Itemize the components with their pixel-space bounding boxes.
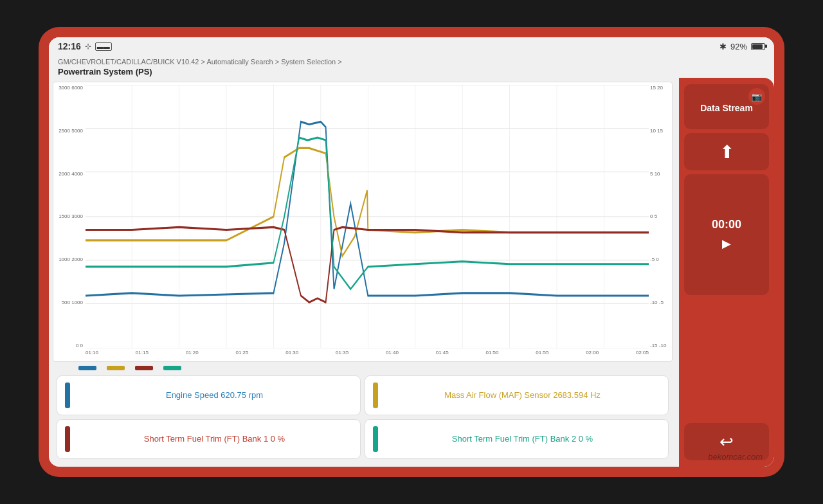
battery-percent: 92% bbox=[730, 42, 747, 51]
data-cards: Engine Speed 620.75 rpm Mass Air Flow (M… bbox=[53, 373, 673, 463]
card-color-engine bbox=[65, 382, 70, 408]
timer-display: 00:00 bbox=[712, 218, 741, 231]
bluetooth-icon: ✱ bbox=[719, 42, 727, 51]
y-axis-left: 3000 6000 2500 5000 2000 4000 1500 3000 … bbox=[53, 82, 86, 348]
play-icon: ▶ bbox=[722, 237, 731, 251]
legend-teal bbox=[163, 366, 181, 370]
export-button[interactable]: ⬆ bbox=[684, 133, 769, 170]
watermark: bekomcar.com bbox=[708, 452, 763, 462]
screenshot-button[interactable]: Data Stream 📷 bbox=[684, 84, 769, 129]
panel-title: Data Stream bbox=[700, 100, 753, 113]
time-display: 12:16 bbox=[58, 41, 81, 51]
status-bar: 12:16 ⊹ ▬▬ ✱ 92% bbox=[49, 37, 774, 55]
network-icon: ▬▬ bbox=[95, 42, 112, 51]
legend-blue bbox=[78, 366, 96, 370]
back-icon: ↩ bbox=[719, 432, 734, 452]
legend-row bbox=[53, 362, 673, 373]
device-frame: 12:16 ⊹ ▬▬ ✱ 92% GM/CHEVROLET/CADILLAC/B… bbox=[39, 27, 784, 477]
battery-icon bbox=[751, 43, 765, 50]
card-engine-speed: Engine Speed 620.75 rpm bbox=[57, 375, 361, 415]
timer-button[interactable]: 00:00 ▶ bbox=[684, 174, 769, 295]
x-axis: 01:10 01:15 01:20 01:25 01:30 01:35 01:4… bbox=[86, 348, 649, 361]
main-content: 3000 6000 2500 5000 2000 4000 1500 3000 … bbox=[49, 78, 774, 467]
y-axis-right: 15 20 10 15 5 10 0 5 -5 0 -10 -5 -15 -10 bbox=[649, 82, 672, 348]
right-panel: Data Stream 📷 ⬆ 00:00 ▶ ↩ bbox=[679, 78, 774, 467]
breadcrumb-title: Powertrain System (PS) bbox=[58, 67, 765, 76]
wifi-icon: ⊹ bbox=[85, 42, 91, 51]
chart-svg bbox=[86, 85, 649, 348]
card-color-ft1 bbox=[65, 426, 70, 452]
card-label-engine: Engine Speed 620.75 rpm bbox=[77, 390, 352, 401]
card-fuel-trim-2: Short Term Fuel Trim (FT) Bank 2 0 % bbox=[365, 419, 669, 459]
chart-container: 3000 6000 2500 5000 2000 4000 1500 3000 … bbox=[53, 82, 673, 362]
camera-icon: 📷 bbox=[748, 88, 765, 105]
legend-gold bbox=[107, 366, 125, 370]
breadcrumb-area: GM/CHEVROLET/CADILLAC/BUICK V10.42 > Aut… bbox=[49, 55, 774, 78]
chart-area: 3000 6000 2500 5000 2000 4000 1500 3000 … bbox=[49, 78, 679, 467]
card-label-maf: Mass Air Flow (MAF) Sensor 2683.594 Hz bbox=[384, 390, 660, 401]
legend-red bbox=[135, 366, 153, 370]
card-color-ft2 bbox=[373, 426, 378, 452]
breadcrumb-path: GM/CHEVROLET/CADILLAC/BUICK V10.42 > Aut… bbox=[58, 58, 765, 66]
card-maf: Mass Air Flow (MAF) Sensor 2683.594 Hz bbox=[365, 375, 669, 415]
screen: 12:16 ⊹ ▬▬ ✱ 92% GM/CHEVROLET/CADILLAC/B… bbox=[49, 37, 774, 467]
card-color-maf bbox=[373, 382, 378, 408]
card-fuel-trim-1: Short Term Fuel Trim (FT) Bank 1 0 % bbox=[57, 419, 361, 459]
card-label-ft2: Short Term Fuel Trim (FT) Bank 2 0 % bbox=[384, 433, 660, 445]
card-label-ft1: Short Term Fuel Trim (FT) Bank 1 0 % bbox=[77, 433, 352, 445]
export-icon: ⬆ bbox=[719, 141, 734, 163]
